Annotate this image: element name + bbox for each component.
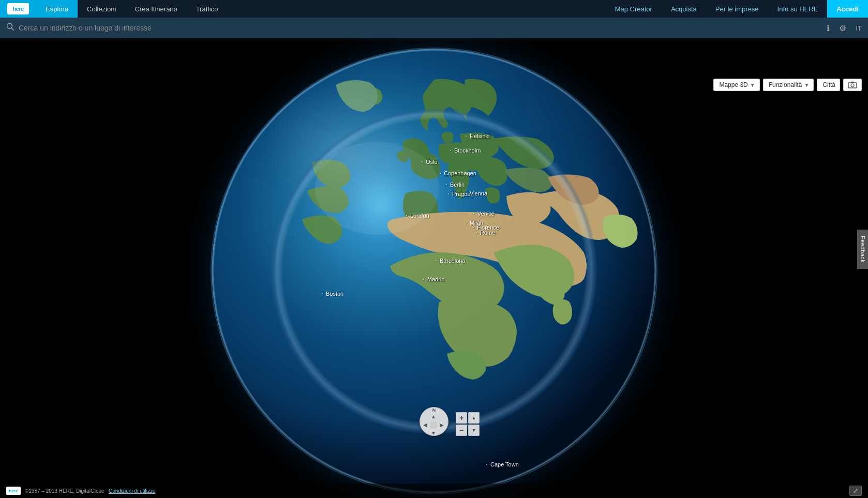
navigation-control: N ▲ ◀ ▶ ▼ [420, 407, 448, 436]
nav-items: Esplora Collezioni Crea Itinerario Traff… [36, 0, 606, 18]
svg-point-9 [315, 142, 439, 235]
compass-blank2 [438, 413, 446, 421]
copyright-text: ©1987 – 2013 HERE, DigitalGlobe Condizio… [25, 488, 156, 494]
search-bar: ℹ ⚙ IT [0, 18, 868, 38]
nav-accedi[interactable]: Accedi [827, 0, 868, 18]
camera-button[interactable] [843, 79, 862, 91]
compass-down[interactable]: ▼ [430, 430, 437, 437]
compass-blank3 [422, 430, 430, 438]
bottom-bar: here ©1987 – 2013 HERE, DigitalGlobe Con… [0, 484, 868, 498]
nav-esplora[interactable]: Esplora [36, 0, 78, 18]
nav-collezioni[interactable]: Collezioni [78, 0, 125, 18]
globe-container[interactable]: Mappe 3D ▼ Funzionalità ▼ Città [0, 38, 868, 498]
dropdown-arrow2: ▼ [804, 82, 809, 88]
func-dropdown[interactable]: Funzionalità ▼ [763, 79, 814, 91]
map-type-dropdown[interactable]: Mappe 3D ▼ [713, 79, 759, 91]
tilt-up-button[interactable]: ▲ [468, 412, 480, 424]
nav-traffico[interactable]: Traffico [187, 0, 228, 18]
map-view-controls: Mappe 3D ▼ Funzionalità ▼ Città [713, 79, 862, 91]
zoom-out-button[interactable]: − [456, 425, 467, 436]
search-icon [6, 23, 14, 33]
svg-point-3 [851, 84, 854, 87]
zoom-controls: + ▲ − ▼ [456, 412, 480, 436]
tilt-down-button[interactable]: ▼ [468, 425, 480, 436]
fullscreen-button[interactable]: ⤢ [849, 486, 862, 496]
svg-rect-4 [851, 82, 854, 83]
compass-north-label: N [432, 408, 436, 413]
here-logo-small-text: here [9, 489, 18, 493]
here-logo-small: here [6, 487, 21, 495]
compass-blank1 [422, 413, 430, 421]
svg-line-1 [12, 28, 14, 31]
search-bar-right: ℹ ⚙ IT [827, 23, 862, 33]
nav-map-creator[interactable]: Map Creator [606, 0, 662, 18]
logo-text: here [12, 6, 23, 12]
terms-link[interactable]: Condizioni di utilizzo [109, 488, 156, 494]
search-input[interactable] [19, 24, 226, 32]
nav-right: Map Creator Acquista Per le imprese Info… [606, 0, 868, 18]
city-dropdown[interactable]: Città [817, 79, 840, 91]
compass-left[interactable]: ◀ [422, 421, 429, 429]
feedback-tab[interactable]: Feedback [857, 229, 868, 268]
top-navigation: here Esplora Collezioni Crea Itinerario … [0, 0, 868, 18]
dropdown-arrow: ▼ [750, 82, 755, 88]
nav-acquista[interactable]: Acquista [662, 0, 706, 18]
nav-imprese[interactable]: Per le imprese [706, 0, 768, 18]
nav-info-here[interactable]: Info su HERE [768, 0, 828, 18]
info-icon[interactable]: ℹ [827, 23, 830, 33]
compass-ring: N ▲ ◀ ▶ ▼ [420, 407, 448, 436]
compass-center[interactable] [430, 421, 437, 429]
svg-point-0 [7, 24, 12, 29]
compass-up[interactable]: ▲ [430, 413, 437, 420]
compass-right[interactable]: ▶ [438, 421, 445, 429]
here-logo[interactable]: here [0, 0, 36, 18]
settings-icon[interactable]: ⚙ [839, 23, 846, 33]
language-selector[interactable]: IT [856, 24, 862, 32]
nav-crea-itinerario[interactable]: Crea Itinerario [125, 0, 186, 18]
compass-blank4 [438, 430, 446, 438]
zoom-in-button[interactable]: + [456, 412, 467, 424]
